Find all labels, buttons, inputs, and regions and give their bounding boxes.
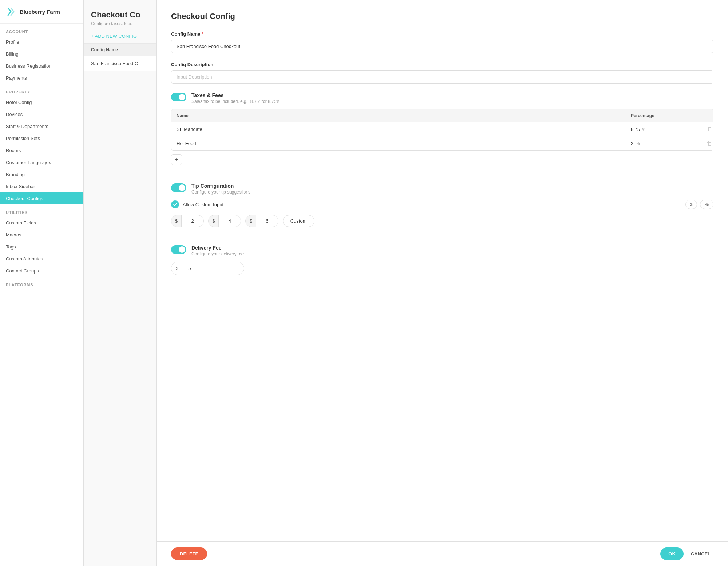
allow-custom-label: Allow Custom Input — [183, 202, 682, 207]
sidebar-item-rooms[interactable]: Rooms — [0, 144, 83, 156]
tip-option-2: $ 6 — [245, 215, 278, 227]
section-account: ACCOUNT — [0, 24, 83, 36]
delivery-section: Delivery Fee Configure your delivery fee… — [171, 245, 713, 275]
currency-toggle: $ % — [685, 200, 713, 209]
tax-percentage-0: 8.75 — [631, 127, 640, 132]
config-name-group: Config Name * — [171, 31, 713, 53]
cancel-button[interactable]: CANCEL — [688, 547, 713, 560]
sidebar-item-devices[interactable]: Devices — [0, 108, 83, 120]
section-platforms: PLATFORMS — [0, 277, 83, 289]
middle-header: Checkout Co Configure taxes, fees — [84, 0, 156, 29]
delivery-input-wrap: $ — [171, 262, 244, 275]
percent-currency-btn[interactable]: % — [700, 200, 713, 209]
tip-currency-1: $ — [209, 215, 219, 227]
tip-option-1: $ 4 — [208, 215, 241, 227]
delivery-title: Delivery Fee — [191, 245, 244, 251]
col-name-header: Name — [171, 109, 626, 122]
ok-button[interactable]: OK — [660, 547, 684, 560]
section-utilities: UTILITIES — [0, 204, 83, 217]
sidebar-item-contact-groups[interactable]: Contact Groups — [0, 265, 83, 277]
config-desc-label: Config Description — [171, 62, 713, 67]
delivery-fee-input[interactable] — [183, 262, 244, 275]
main-panel: Checkout Config Config Name * Config Des… — [157, 0, 728, 566]
sidebar-item-staff-departments[interactable]: Staff & Departments — [0, 120, 83, 132]
tax-percentage-1: 2 — [631, 141, 633, 146]
middle-subtitle: Configure taxes, fees — [91, 21, 149, 26]
sidebar-item-macros[interactable]: Macros — [0, 229, 83, 241]
sidebar-item-hotel-config[interactable]: Hotel Config — [0, 96, 83, 108]
tip-value-1[interactable]: 4 — [219, 215, 241, 227]
footer-right: OK CANCEL — [660, 547, 713, 560]
add-tax-row-button[interactable]: + — [171, 154, 182, 165]
page-title: Checkout Config — [171, 12, 713, 21]
sidebar-item-payments[interactable]: Payments — [0, 72, 83, 84]
sidebar-item-custom-attributes[interactable]: Custom Attributes — [0, 253, 83, 265]
percent-sign-0: % — [642, 127, 646, 132]
tip-title: Tip Configuration — [191, 183, 250, 189]
table-row: SF Mandate 8.75 % 🗑 — [171, 122, 713, 136]
section-property: PROPERTY — [0, 84, 83, 96]
taxes-header: Taxes & Fees Sales tax to be included. e… — [171, 92, 713, 104]
delivery-subtitle: Configure your delivery fee — [191, 251, 244, 256]
main-content: Checkout Config Config Name * Config Des… — [157, 0, 728, 541]
tip-subtitle: Configure your tip suggestions — [191, 190, 250, 195]
sidebar-header: Blueberry Farm — [0, 0, 83, 24]
table-row: Hot Food 2 % 🗑 — [171, 136, 713, 150]
divider-1 — [171, 174, 713, 174]
taxes-title: Taxes & Fees — [191, 92, 280, 98]
tip-custom-button[interactable]: Custom — [283, 215, 314, 227]
taxes-subtitle: Sales tax to be included. e.g. "8.75" fo… — [191, 99, 280, 104]
tip-value-2[interactable]: 6 — [256, 215, 278, 227]
sidebar-item-permission-sets[interactable]: Permission Sets — [0, 132, 83, 144]
col-percentage-header: Percentage — [626, 109, 699, 122]
delete-tax-0-icon[interactable]: 🗑 — [704, 126, 713, 132]
tip-section: Tip Configuration Configure your tip sug… — [171, 183, 713, 227]
tax-name-0: SF Mandate — [171, 123, 626, 136]
allow-custom-row: Allow Custom Input $ % — [171, 200, 713, 209]
tip-currency-2: $ — [246, 215, 256, 227]
taxes-toggle[interactable] — [171, 93, 186, 101]
middle-panel: Checkout Co Configure taxes, fees + ADD … — [84, 0, 157, 566]
tax-name-1: Hot Food — [171, 137, 626, 150]
taxes-table-header: Name Percentage — [171, 109, 713, 122]
config-name-input[interactable] — [171, 40, 713, 53]
config-name-label: Config Name * — [171, 31, 713, 37]
tip-value-0[interactable]: 2 — [182, 215, 203, 227]
sidebar-item-business-registration[interactable]: Business Registration — [0, 60, 83, 72]
config-list-item[interactable]: San Francisco Food C — [84, 56, 156, 71]
sidebar-item-branding[interactable]: Branding — [0, 168, 83, 180]
config-desc-group: Config Description — [171, 62, 713, 84]
sidebar-item-tags[interactable]: Tags — [0, 241, 83, 253]
required-indicator: * — [202, 31, 203, 37]
taxes-table: Name Percentage SF Mandate 8.75 % 🗑 — [171, 109, 713, 151]
divider-2 — [171, 236, 713, 236]
middle-title: Checkout Co — [91, 10, 149, 20]
sidebar-item-profile[interactable]: Profile — [0, 36, 83, 48]
config-list-header: Config Name — [84, 44, 156, 56]
check-icon — [173, 202, 177, 207]
tip-currency-0: $ — [171, 215, 182, 227]
delivery-header: Delivery Fee Configure your delivery fee — [171, 245, 713, 256]
delete-tax-1-icon[interactable]: 🗑 — [704, 140, 713, 146]
config-desc-input[interactable] — [171, 70, 713, 84]
tip-option-0: $ 2 — [171, 215, 204, 227]
sidebar-item-custom-fields[interactable]: Custom Fields — [0, 217, 83, 229]
taxes-section: Taxes & Fees Sales tax to be included. e… — [171, 92, 713, 165]
logo-icon — [6, 7, 16, 17]
percent-sign-1: % — [636, 141, 640, 146]
brand-name: Blueberry Farm — [20, 9, 60, 15]
sidebar: Blueberry Farm ACCOUNT Profile Billing B… — [0, 0, 84, 566]
tip-options: $ 2 $ 4 $ 6 Custom — [171, 215, 713, 227]
add-config-button[interactable]: + ADD NEW CONFIG — [84, 29, 156, 44]
sidebar-item-inbox-sidebar[interactable]: Inbox Sidebar — [0, 180, 83, 192]
delete-button[interactable]: DELETE — [171, 547, 207, 560]
dollar-currency-btn[interactable]: $ — [685, 200, 697, 209]
sidebar-item-customer-languages[interactable]: Customer Languages — [0, 156, 83, 168]
sidebar-item-checkout-configs[interactable]: Checkout Configs — [0, 192, 83, 204]
delivery-toggle[interactable] — [171, 245, 186, 254]
delivery-currency-symbol: $ — [171, 262, 183, 275]
allow-custom-checkbox[interactable] — [171, 200, 179, 208]
footer-bar: DELETE OK CANCEL — [157, 541, 728, 566]
sidebar-item-billing[interactable]: Billing — [0, 48, 83, 60]
tip-toggle[interactable] — [171, 183, 186, 192]
